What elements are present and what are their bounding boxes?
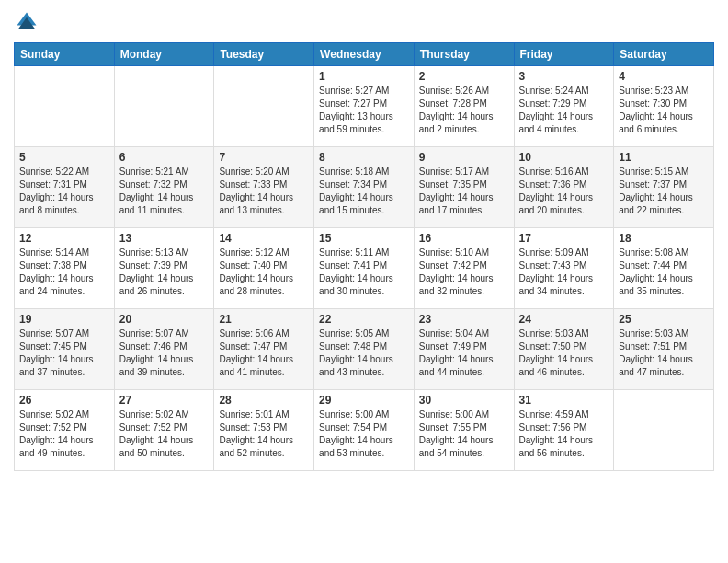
day-cell-17: 17Sunrise: 5:09 AMSunset: 7:43 PMDayligh… <box>514 228 614 309</box>
day-number: 12 <box>19 232 109 245</box>
weekday-header-row: SundayMondayTuesdayWednesdayThursdayFrid… <box>15 43 714 66</box>
day-number: 1 <box>319 70 409 83</box>
day-cell-27: 27Sunrise: 5:02 AMSunset: 7:52 PMDayligh… <box>114 390 214 471</box>
day-info: Sunrise: 5:12 AMSunset: 7:40 PMDaylight:… <box>219 247 309 298</box>
day-info: Sunrise: 5:18 AMSunset: 7:34 PMDaylight:… <box>319 166 409 217</box>
day-number: 13 <box>119 232 210 245</box>
week-row-2: 5Sunrise: 5:22 AMSunset: 7:31 PMDaylight… <box>15 147 714 228</box>
logo <box>14 9 43 35</box>
weekday-header-wednesday: Wednesday <box>314 43 415 66</box>
day-info: Sunrise: 5:07 AMSunset: 7:45 PMDaylight:… <box>19 327 109 379</box>
day-number: 26 <box>19 394 109 407</box>
day-info: Sunrise: 5:02 AMSunset: 7:52 PMDaylight:… <box>119 408 210 460</box>
day-info: Sunrise: 5:24 AMSunset: 7:29 PMDaylight:… <box>519 85 609 136</box>
day-info: Sunrise: 5:17 AMSunset: 7:35 PMDaylight:… <box>419 166 509 217</box>
week-row-4: 19Sunrise: 5:07 AMSunset: 7:45 PMDayligh… <box>15 309 714 390</box>
day-cell-31: 31Sunrise: 4:59 AMSunset: 7:56 PMDayligh… <box>514 390 614 471</box>
day-cell-4: 4Sunrise: 5:23 AMSunset: 7:30 PMDaylight… <box>614 66 714 147</box>
day-info: Sunrise: 5:23 AMSunset: 7:30 PMDaylight:… <box>619 85 709 136</box>
day-number: 9 <box>419 151 509 164</box>
day-number: 11 <box>619 151 709 164</box>
day-number: 5 <box>19 151 109 164</box>
day-cell-16: 16Sunrise: 5:10 AMSunset: 7:42 PMDayligh… <box>414 228 514 309</box>
day-info: Sunrise: 5:00 AMSunset: 7:55 PMDaylight:… <box>419 408 509 460</box>
weekday-header-friday: Friday <box>514 43 614 66</box>
day-number: 30 <box>419 394 509 407</box>
day-cell-8: 8Sunrise: 5:18 AMSunset: 7:34 PMDaylight… <box>314 147 415 228</box>
day-number: 19 <box>19 313 109 326</box>
day-number: 8 <box>319 151 409 164</box>
day-number: 10 <box>519 151 609 164</box>
day-cell-24: 24Sunrise: 5:03 AMSunset: 7:50 PMDayligh… <box>514 309 614 390</box>
day-number: 7 <box>219 151 309 164</box>
day-cell-25: 25Sunrise: 5:03 AMSunset: 7:51 PMDayligh… <box>614 309 714 390</box>
day-info: Sunrise: 5:27 AMSunset: 7:27 PMDaylight:… <box>319 85 409 136</box>
day-cell-18: 18Sunrise: 5:08 AMSunset: 7:44 PMDayligh… <box>614 228 714 309</box>
week-row-5: 26Sunrise: 5:02 AMSunset: 7:52 PMDayligh… <box>15 390 714 471</box>
day-cell-empty <box>15 66 115 147</box>
day-info: Sunrise: 5:08 AMSunset: 7:44 PMDaylight:… <box>619 247 709 298</box>
day-info: Sunrise: 5:05 AMSunset: 7:48 PMDaylight:… <box>319 327 409 379</box>
page: SundayMondayTuesdayWednesdayThursdayFrid… <box>0 0 728 485</box>
week-row-1: 1Sunrise: 5:27 AMSunset: 7:27 PMDaylight… <box>15 66 714 147</box>
day-info: Sunrise: 5:11 AMSunset: 7:41 PMDaylight:… <box>319 247 409 298</box>
weekday-header-monday: Monday <box>114 43 214 66</box>
day-number: 15 <box>319 232 409 245</box>
day-number: 23 <box>419 313 509 326</box>
day-cell-21: 21Sunrise: 5:06 AMSunset: 7:47 PMDayligh… <box>214 309 314 390</box>
day-number: 22 <box>319 313 409 326</box>
day-cell-29: 29Sunrise: 5:00 AMSunset: 7:54 PMDayligh… <box>314 390 415 471</box>
day-info: Sunrise: 5:07 AMSunset: 7:46 PMDaylight:… <box>119 327 210 379</box>
day-number: 31 <box>519 394 609 407</box>
day-number: 3 <box>519 70 609 83</box>
day-info: Sunrise: 5:03 AMSunset: 7:51 PMDaylight:… <box>619 327 709 379</box>
day-info: Sunrise: 5:20 AMSunset: 7:33 PMDaylight:… <box>219 166 309 217</box>
day-info: Sunrise: 5:01 AMSunset: 7:53 PMDaylight:… <box>219 408 309 460</box>
calendar-table: SundayMondayTuesdayWednesdayThursdayFrid… <box>14 42 714 471</box>
day-number: 28 <box>219 394 309 407</box>
day-number: 21 <box>219 313 309 326</box>
day-cell-empty <box>214 66 314 147</box>
day-cell-empty <box>614 390 714 471</box>
header <box>14 9 714 35</box>
day-cell-1: 1Sunrise: 5:27 AMSunset: 7:27 PMDaylight… <box>314 66 415 147</box>
day-info: Sunrise: 5:09 AMSunset: 7:43 PMDaylight:… <box>519 247 609 298</box>
day-number: 24 <box>519 313 609 326</box>
weekday-header-sunday: Sunday <box>15 43 115 66</box>
weekday-header-saturday: Saturday <box>614 43 714 66</box>
day-number: 17 <box>519 232 609 245</box>
day-cell-20: 20Sunrise: 5:07 AMSunset: 7:46 PMDayligh… <box>114 309 214 390</box>
day-cell-11: 11Sunrise: 5:15 AMSunset: 7:37 PMDayligh… <box>614 147 714 228</box>
weekday-header-thursday: Thursday <box>414 43 514 66</box>
day-cell-5: 5Sunrise: 5:22 AMSunset: 7:31 PMDaylight… <box>15 147 115 228</box>
day-cell-23: 23Sunrise: 5:04 AMSunset: 7:49 PMDayligh… <box>414 309 514 390</box>
day-cell-14: 14Sunrise: 5:12 AMSunset: 7:40 PMDayligh… <box>214 228 314 309</box>
day-info: Sunrise: 5:00 AMSunset: 7:54 PMDaylight:… <box>319 408 409 460</box>
week-row-3: 12Sunrise: 5:14 AMSunset: 7:38 PMDayligh… <box>15 228 714 309</box>
day-cell-28: 28Sunrise: 5:01 AMSunset: 7:53 PMDayligh… <box>214 390 314 471</box>
day-info: Sunrise: 5:26 AMSunset: 7:28 PMDaylight:… <box>419 85 509 136</box>
logo-icon <box>14 9 40 35</box>
day-cell-13: 13Sunrise: 5:13 AMSunset: 7:39 PMDayligh… <box>114 228 214 309</box>
day-cell-3: 3Sunrise: 5:24 AMSunset: 7:29 PMDaylight… <box>514 66 614 147</box>
day-info: Sunrise: 5:04 AMSunset: 7:49 PMDaylight:… <box>419 327 509 379</box>
day-number: 16 <box>419 232 509 245</box>
day-cell-9: 9Sunrise: 5:17 AMSunset: 7:35 PMDaylight… <box>414 147 514 228</box>
day-number: 25 <box>619 313 709 326</box>
day-info: Sunrise: 5:03 AMSunset: 7:50 PMDaylight:… <box>519 327 609 379</box>
day-cell-15: 15Sunrise: 5:11 AMSunset: 7:41 PMDayligh… <box>314 228 415 309</box>
day-number: 2 <box>419 70 509 83</box>
day-cell-empty <box>114 66 214 147</box>
day-info: Sunrise: 5:13 AMSunset: 7:39 PMDaylight:… <box>119 247 210 298</box>
day-info: Sunrise: 5:21 AMSunset: 7:32 PMDaylight:… <box>119 166 210 217</box>
day-number: 20 <box>119 313 210 326</box>
day-number: 4 <box>619 70 709 83</box>
day-info: Sunrise: 5:22 AMSunset: 7:31 PMDaylight:… <box>19 166 109 217</box>
day-cell-22: 22Sunrise: 5:05 AMSunset: 7:48 PMDayligh… <box>314 309 415 390</box>
day-cell-26: 26Sunrise: 5:02 AMSunset: 7:52 PMDayligh… <box>15 390 115 471</box>
day-info: Sunrise: 5:16 AMSunset: 7:36 PMDaylight:… <box>519 166 609 217</box>
day-cell-7: 7Sunrise: 5:20 AMSunset: 7:33 PMDaylight… <box>214 147 314 228</box>
day-cell-6: 6Sunrise: 5:21 AMSunset: 7:32 PMDaylight… <box>114 147 214 228</box>
day-info: Sunrise: 5:06 AMSunset: 7:47 PMDaylight:… <box>219 327 309 379</box>
day-cell-10: 10Sunrise: 5:16 AMSunset: 7:36 PMDayligh… <box>514 147 614 228</box>
